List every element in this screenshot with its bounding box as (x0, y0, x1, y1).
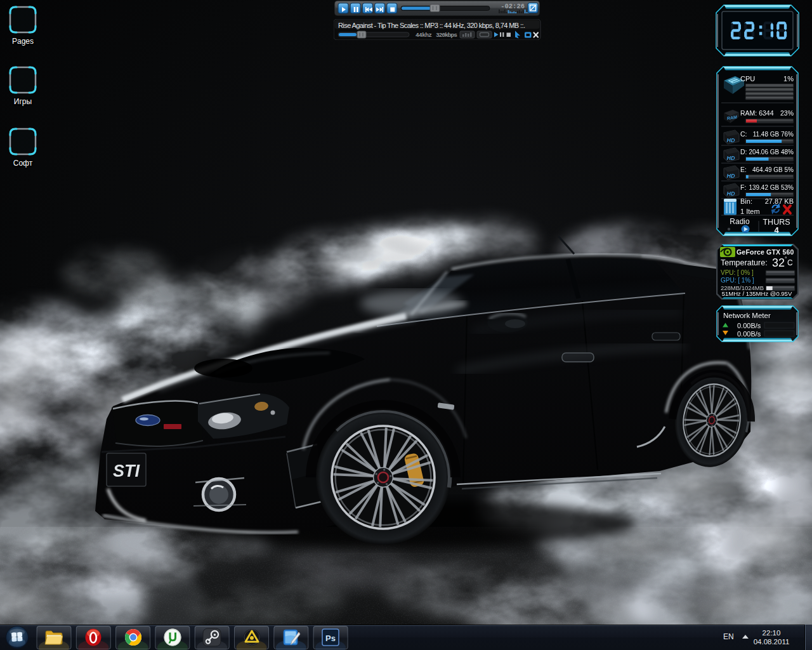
svg-text:204.06 GB 48%: 204.06 GB 48% (749, 149, 794, 156)
svg-text:E:: E: (740, 166, 747, 173)
svg-text:0.00B/s: 0.00B/s (737, 322, 761, 329)
svg-text:11.48 GB 76%: 11.48 GB 76% (753, 131, 794, 138)
svg-text:Temperature:: Temperature: (721, 258, 768, 267)
svg-text:320kbps: 320kbps (436, 32, 457, 39)
svg-text:STI: STI (113, 461, 140, 481)
svg-text:32: 32 (772, 256, 785, 269)
svg-text:Bin:: Bin: (740, 197, 752, 205)
svg-text:HD: HD (727, 155, 735, 161)
svg-text:HD: HD (727, 173, 735, 179)
svg-text:HD: HD (727, 190, 735, 197)
svg-text:1%: 1% (783, 75, 794, 83)
svg-text:Network Meter: Network Meter (723, 312, 771, 319)
svg-text:464.49 GB 5%: 464.49 GB 5% (752, 166, 794, 173)
svg-text:HD: HD (727, 137, 735, 143)
svg-text:-02:26: -02:26 (501, 3, 525, 10)
svg-text:C:: C: (740, 130, 747, 138)
svg-text:GPU: [ 1% ]: GPU: [ 1% ] (721, 277, 754, 284)
svg-text:1 Item: 1 Item (740, 208, 760, 215)
svg-text:0.00B/s: 0.00B/s (737, 330, 761, 338)
svg-text:Rise Against - Tip The Scales: Rise Against - Tip The Scales :: MP3 :: … (338, 22, 525, 29)
svg-text:C: C (787, 258, 793, 267)
svg-text:GeForce GTX 560: GeForce GTX 560 (737, 248, 794, 256)
svg-text:4: 4 (774, 225, 779, 235)
svg-text:RAM: 6344: RAM: 6344 (740, 109, 774, 117)
svg-text:Ps: Ps (325, 633, 336, 643)
svg-text:VPU: [ 0% ]: VPU: [ 0% ] (721, 269, 754, 276)
svg-text:F:: F: (740, 183, 746, 191)
svg-text:139.42 GB 53%: 139.42 GB 53% (749, 184, 794, 191)
svg-text:44khz: 44khz (416, 32, 432, 39)
svg-text:Radio: Radio (730, 217, 750, 226)
svg-text:51MHz / 135MHz @0.95V: 51MHz / 135MHz @0.95V (722, 290, 792, 297)
svg-text:CPU: CPU (740, 75, 755, 83)
svg-text:23%: 23% (780, 109, 794, 117)
svg-text:D:: D: (740, 148, 747, 156)
